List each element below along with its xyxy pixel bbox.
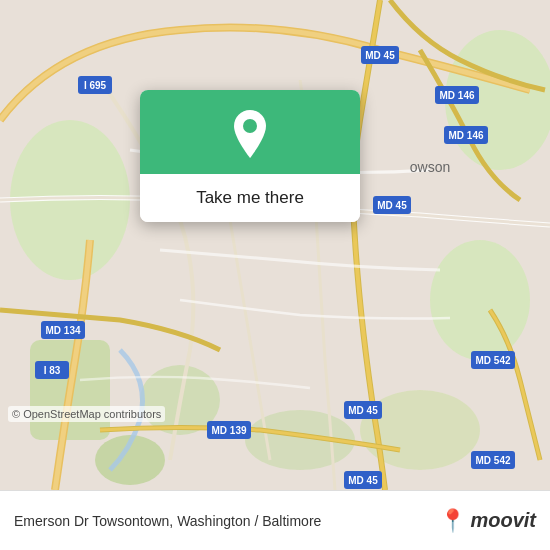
svg-text:MD 45: MD 45 — [348, 405, 378, 416]
svg-point-3 — [430, 240, 530, 360]
svg-text:MD 134: MD 134 — [45, 325, 80, 336]
map-container[interactable]: I 695 MD 45 MD 146 MD 146 MD 45 I 83 MD … — [0, 0, 550, 490]
svg-text:owson: owson — [410, 159, 450, 175]
popup-green-header — [140, 90, 360, 174]
moovit-logo: 📍 moovit — [439, 508, 536, 534]
location-pin-icon — [228, 108, 272, 160]
copyright-text: © OpenStreetMap contributors — [8, 406, 165, 422]
bottom-bar: Emerson Dr Towsontown, Washington / Balt… — [0, 490, 550, 550]
svg-text:MD 45: MD 45 — [377, 200, 407, 211]
take-me-there-button[interactable]: Take me there — [140, 174, 360, 222]
svg-point-34 — [243, 119, 257, 133]
svg-text:I 695: I 695 — [84, 80, 107, 91]
svg-text:MD 146: MD 146 — [439, 90, 474, 101]
svg-text:MD 542: MD 542 — [475, 455, 510, 466]
svg-text:MD 542: MD 542 — [475, 355, 510, 366]
moovit-brand-text: moovit — [470, 509, 536, 532]
svg-text:MD 139: MD 139 — [211, 425, 246, 436]
svg-text:MD 146: MD 146 — [448, 130, 483, 141]
location-text: Emerson Dr Towsontown, Washington / Balt… — [14, 513, 429, 529]
svg-text:MD 45: MD 45 — [348, 475, 378, 486]
svg-text:MD 45: MD 45 — [365, 50, 395, 61]
popup-card: Take me there — [140, 90, 360, 222]
moovit-pin-icon: 📍 — [439, 508, 466, 534]
svg-text:I 83: I 83 — [44, 365, 61, 376]
